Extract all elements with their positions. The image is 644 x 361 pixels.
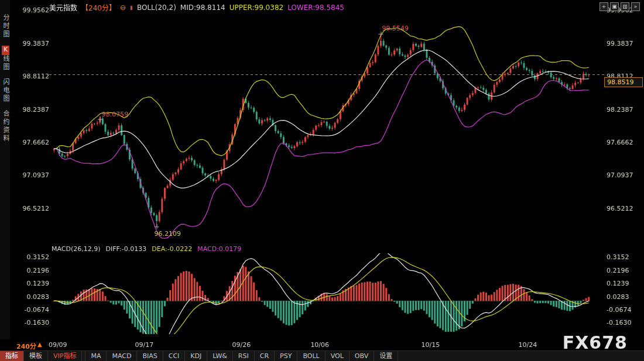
zoom-icon[interactable]: + bbox=[600, 2, 608, 11]
candle-type-icon[interactable]: ▮ bbox=[130, 5, 133, 11]
price-label: 0.3152 bbox=[15, 254, 49, 261]
price-label: 98.2387 bbox=[607, 106, 640, 114]
boll-mid-value: MID:98.8114 bbox=[180, 4, 225, 12]
price-label: 98.2387 bbox=[15, 106, 49, 114]
price-label: 97.0937 bbox=[15, 172, 49, 179]
price-label: 96.5212 bbox=[15, 205, 49, 212]
toolbar-item-MACD[interactable]: MACD bbox=[107, 351, 137, 361]
boll-lower-value: LOWER:98.5845 bbox=[287, 4, 344, 12]
price-label: -0.0674 bbox=[15, 307, 49, 314]
price-label: 0.3152 bbox=[607, 254, 640, 261]
price-label: 0.0283 bbox=[607, 294, 640, 301]
bottom-toolbar: 指标模板VIP指标MAMACDBIASCCIKDJLW&RSICRPSYBOLL… bbox=[0, 350, 644, 361]
toolbar-item-CR[interactable]: CR bbox=[255, 351, 275, 361]
collapse-icon[interactable]: ⊖ bbox=[120, 4, 126, 12]
grid-layout-icon[interactable]: ▣ bbox=[610, 2, 619, 11]
chart-app: 分时图K线图闪电图合约资料 美元指数 【240分】 ⊖ ▮ BOLL(20,2)… bbox=[0, 0, 644, 361]
symbol-title: 美元指数 bbox=[49, 2, 77, 12]
brand-watermark: FX678 bbox=[563, 332, 628, 353]
toolbar-item-设置[interactable]: 设置 bbox=[374, 351, 398, 361]
sidebar: 分时图K线图闪电图合约资料 bbox=[0, 0, 10, 339]
sidebar-item-合约资料[interactable]: 合约资料 bbox=[1, 110, 9, 143]
boll-upper-value: UPPER:99.0382 bbox=[229, 4, 283, 12]
date-label: 09/09 bbox=[49, 341, 67, 349]
price-label: 97.6662 bbox=[15, 139, 49, 146]
price-label: 99.3837 bbox=[607, 40, 640, 47]
toolbar-item-CCI[interactable]: CCI bbox=[163, 351, 186, 361]
interval-arrow-icon[interactable]: ▲ bbox=[37, 341, 42, 348]
toolbar-item-KDJ[interactable]: KDJ bbox=[185, 351, 207, 361]
chart-header: 美元指数 【240分】 ⊖ ▮ BOLL(20,2) MID:98.8114 U… bbox=[49, 2, 344, 12]
toolbar-item-LW&[interactable]: LW& bbox=[207, 351, 233, 361]
toolbar-item-RSI[interactable]: RSI bbox=[233, 351, 255, 361]
price-label: 0.2196 bbox=[15, 267, 49, 274]
price-label: -0.1630 bbox=[15, 319, 49, 326]
fast-forward-icon[interactable]: » bbox=[631, 2, 640, 11]
price-annotation: 98.0759 bbox=[102, 111, 129, 118]
timeline: 240分 ▲ 09/0909/1709/2610/0610/1510/24 bbox=[0, 339, 644, 351]
date-label: 09/17 bbox=[135, 341, 154, 349]
toolbar-item-模板[interactable]: 模板 bbox=[24, 351, 48, 361]
price-label: 97.0937 bbox=[607, 172, 640, 179]
price-label: 99.9562 bbox=[15, 7, 49, 14]
price-label: 99.3837 bbox=[15, 40, 49, 47]
date-label: 10/06 bbox=[310, 341, 329, 349]
sidebar-item-分时图[interactable]: 分时图 bbox=[1, 14, 9, 39]
macd-dea-value: DEA:-0.0222 bbox=[152, 245, 192, 253]
macd-indicator-label: MACD(26,12,9) bbox=[52, 245, 101, 253]
toolbar-item-BIAS[interactable]: BIAS bbox=[137, 351, 163, 361]
macd-header: MACD(26,12,9) DIFF:-0.0133 DEA:-0.0222 M… bbox=[52, 245, 241, 253]
active-tab-marker: K bbox=[2, 46, 9, 55]
toolbar-item-OBV[interactable]: OBV bbox=[350, 351, 374, 361]
price-label: 0.1239 bbox=[607, 280, 640, 287]
toolbar-item-指标[interactable]: 指标 bbox=[0, 351, 24, 361]
sidebar-item-闪电图[interactable]: 闪电图 bbox=[1, 78, 9, 103]
price-label: 0.2196 bbox=[607, 267, 640, 274]
date-label: 09/26 bbox=[232, 341, 251, 349]
date-label: 10/15 bbox=[422, 341, 440, 349]
date-label: 10/24 bbox=[519, 341, 537, 349]
interval-label[interactable]: 240分 bbox=[16, 341, 36, 350]
boll-indicator-label: BOLL(20,2) bbox=[137, 4, 176, 12]
toolbar-item-VIP指标[interactable]: VIP指标 bbox=[48, 351, 82, 361]
column-layout-icon[interactable]: ▥ bbox=[621, 2, 629, 11]
price-label: 96.5212 bbox=[607, 205, 640, 212]
toolbar-item-MA[interactable]: MA bbox=[85, 351, 107, 361]
window-control-icons: +▣▥» bbox=[600, 2, 640, 11]
price-label: -0.1630 bbox=[607, 319, 640, 326]
price-chart-canvas[interactable] bbox=[0, 0, 644, 361]
toolbar-item-PSY[interactable]: PSY bbox=[275, 351, 297, 361]
interval-tag: 【240分】 bbox=[81, 2, 116, 12]
price-label: 98.8112 bbox=[15, 73, 49, 80]
price-annotation: 99.5549 bbox=[382, 25, 409, 32]
macd-macd-value: MACD:0.0179 bbox=[197, 245, 241, 253]
toolbar-item-BOLL[interactable]: BOLL bbox=[297, 351, 325, 361]
price-label: 0.1239 bbox=[15, 280, 49, 287]
macd-diff-value: DIFF:-0.0133 bbox=[106, 245, 147, 253]
sidebar-item-K线图[interactable]: K线图 bbox=[1, 46, 9, 71]
toolbar-item-VOL[interactable]: VOL bbox=[326, 351, 350, 361]
price-annotation: 96.2109 bbox=[155, 230, 181, 238]
price-label: -0.0674 bbox=[607, 307, 640, 314]
price-label: 97.6662 bbox=[607, 139, 640, 146]
price-label: 0.0283 bbox=[15, 294, 49, 301]
current-price-tag: 98.8519 bbox=[604, 77, 643, 87]
